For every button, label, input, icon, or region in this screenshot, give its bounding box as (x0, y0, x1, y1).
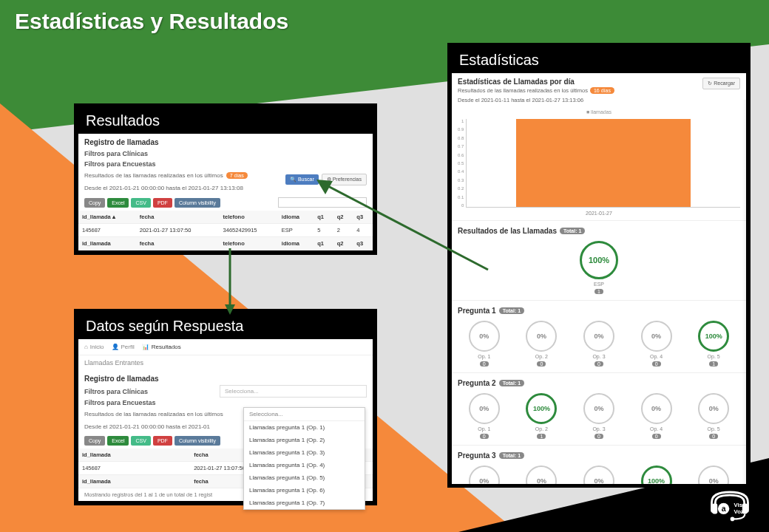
tab-inicio[interactable]: ⌂ Inicio (84, 344, 104, 350)
col-q2[interactable]: q2 (333, 211, 353, 224)
pct-circle: 0% (698, 393, 729, 424)
total-badge: Total: 1 (560, 228, 585, 234)
registro-header-2: Registro de llamadas (78, 370, 373, 385)
colvis-button[interactable]: Column visibility (175, 198, 220, 208)
panel-datos-title: Datos según Respuesta (78, 313, 373, 339)
chart-bar (516, 119, 691, 207)
filter-encuestas[interactable]: Filtros para Encuestas (78, 159, 373, 169)
scrollbar[interactable] (742, 100, 746, 484)
page-title: Estadísticas y Resultados (15, 9, 288, 34)
svg-point-6 (731, 517, 735, 522)
table-header-row: id_llamada ▴ fecha telefono idioma q1 q2… (78, 211, 373, 224)
copy-button[interactable]: Copy (84, 198, 105, 208)
col-id[interactable]: id_llamada ▴ (78, 211, 136, 224)
filter-encuestas-2[interactable]: Filtros para Encuestas (78, 398, 373, 408)
panel-stats: Estadísticas Estadísticas de Llamadas po… (447, 43, 751, 488)
reload-button[interactable]: ↻ Recargar (702, 78, 740, 89)
pct-circle: 0% (469, 466, 500, 484)
select-clinica[interactable]: Selecciona... (220, 385, 367, 398)
pct-circle: 0% (641, 393, 672, 424)
panel-stats-title: Estadísticas (452, 47, 746, 73)
table-footer-row: id_llamada fecha telefono idioma q1 q2 q… (78, 237, 373, 250)
date-range: Desde el 2021-01-21 00:00:00 hasta el 20… (78, 182, 280, 194)
note-text-2: Resultados de las llamadas realizadas en… (84, 411, 223, 417)
pct-circle: 0% (583, 466, 614, 484)
pct-circle: 0% (526, 466, 557, 484)
pct-circle: 0% (583, 393, 614, 424)
filter-clinicas-2[interactable]: Filtros para Clínicas (78, 386, 220, 397)
results-table: id_llamada ▴ fecha telefono idioma q1 q2… (78, 211, 373, 250)
result-circle: 100% (580, 241, 618, 279)
registro-header: Registro de llamadas (78, 134, 373, 149)
dropdown-encuestas[interactable]: Selecciona... Llamadas pregunta 1 (Op. 1… (243, 407, 365, 510)
prefs-button[interactable]: ⚙ Preferencias (322, 174, 367, 185)
dropdown-head: Selecciona... (244, 408, 365, 421)
dropdown-item[interactable]: Llamadas pregunta 1 (Op. 4) (244, 459, 365, 471)
svg-text:a: a (722, 504, 726, 513)
col-fecha[interactable]: fecha (136, 211, 220, 224)
pdf-button[interactable]: PDF (153, 198, 172, 208)
logo-avisovoz: a Viso Voz (704, 487, 756, 523)
col-q3[interactable]: q3 (353, 211, 373, 224)
tab-resultados[interactable]: 📊 Resultados (142, 344, 181, 350)
col-id-2[interactable]: id_llamada (78, 449, 190, 462)
pct-circle: 0% (526, 321, 557, 352)
dropdown-item[interactable]: Llamadas pregunta 1 (Op. 2) (244, 434, 365, 446)
dropdown-item[interactable]: Llamadas pregunta 1 (Op. 3) (244, 446, 365, 459)
tab-perfil[interactable]: 👤 Perfil (112, 344, 135, 350)
col-q1[interactable]: q1 (314, 211, 333, 224)
excel-button[interactable]: Excel (107, 198, 129, 208)
svg-text:Viso: Viso (734, 502, 746, 508)
colvis-button-2[interactable]: Column visibility (175, 436, 220, 446)
panel-datos: Datos según Respuesta ⌂ Inicio 👤 Perfil … (74, 309, 377, 505)
excel-button-2[interactable]: Excel (107, 436, 129, 446)
pct-circle: 100% (698, 321, 729, 352)
dropdown-item[interactable]: Llamadas pregunta 1 (Op. 7) (244, 497, 365, 509)
pct-circle: 0% (641, 321, 672, 352)
days-pill-2: 16 días (590, 87, 614, 94)
dropdown-item[interactable]: Llamadas pregunta 1 (Op. 1) (244, 421, 365, 434)
dropdown-item[interactable]: Llamadas pregunta 1 (Op. 6) (244, 484, 365, 497)
pct-circle: 100% (526, 393, 557, 424)
llamadas-entrantes[interactable]: Llamadas Entrantes (78, 355, 373, 370)
svg-text:Voz: Voz (734, 508, 744, 515)
col-idioma[interactable]: idioma (278, 211, 314, 224)
search-input[interactable] (278, 197, 367, 208)
bar-chart: 10.90.80.70.60.50.40.30.20.10 (458, 119, 740, 208)
table-row[interactable]: 145687 2021-01-27 13:07:50 34652429915 E… (78, 224, 373, 237)
csv-button[interactable]: CSV (131, 198, 150, 208)
csv-button-2[interactable]: CSV (131, 436, 150, 446)
chart-date-range: Desde el 2021-01-11 hasta el 2021-01-27 … (452, 97, 746, 106)
legend: ■ llamadas (452, 106, 746, 115)
pct-circle: 100% (641, 466, 672, 484)
pct-circle: 0% (469, 393, 500, 424)
pct-circle: 0% (698, 466, 729, 484)
days-pill: 7 días (226, 172, 248, 179)
copy-button-2[interactable]: Copy (84, 436, 105, 446)
panel-resultados: Resultados Registro de llamadas Filtros … (74, 103, 377, 255)
panel-resultados-title: Resultados (78, 108, 373, 134)
dropdown-item[interactable]: Llamadas pregunta 1 (Op. 5) (244, 471, 365, 484)
x-axis-label: 2021-01-27 (452, 211, 746, 220)
pdf-button-2[interactable]: PDF (153, 436, 172, 446)
pct-circle: 0% (583, 321, 614, 352)
svg-rect-4 (712, 503, 717, 514)
filter-clinicas[interactable]: Filtros para Clínicas (78, 149, 373, 159)
col-telefono[interactable]: telefono (220, 211, 278, 224)
buscar-button[interactable]: 🔍 Buscar (285, 174, 319, 185)
pct-circle: 0% (469, 321, 500, 352)
note-text: Resultados de las llamadas realizadas en… (84, 172, 223, 179)
